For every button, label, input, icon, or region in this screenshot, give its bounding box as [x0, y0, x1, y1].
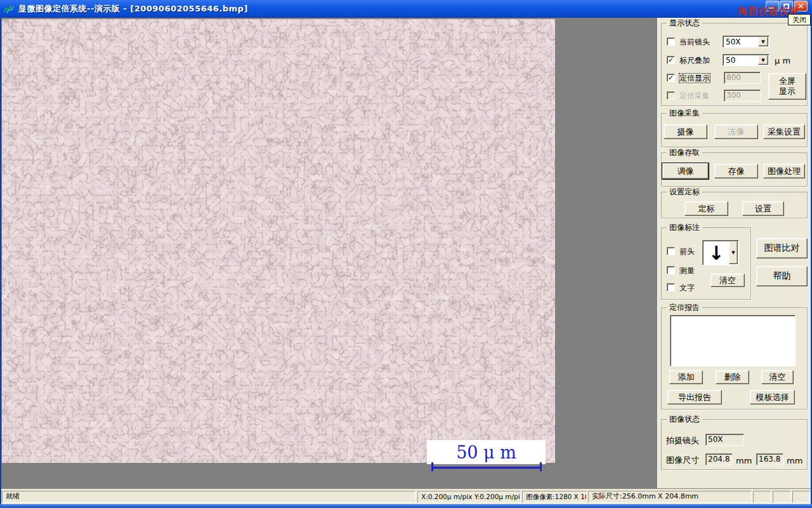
arrow-style-combobox[interactable]: ↓ ▼	[702, 240, 739, 265]
status-bar: 就绪 X:0.200μ m/pix Y:0.200μ m/pix 图像像素:12…	[1, 488, 811, 504]
fullscreen-button[interactable]: 全屏 显示	[768, 73, 806, 100]
text-checkbox[interactable]	[667, 283, 675, 291]
check-icon: ✓	[668, 57, 674, 64]
chevron-down-icon[interactable]: ▼	[758, 55, 768, 65]
app-icon	[3, 3, 15, 15]
status-image-pixels: 图像像素:1280 X 1024	[522, 491, 587, 503]
report-listbox[interactable]	[670, 315, 796, 366]
arrow-down-icon: ↓	[703, 241, 730, 265]
microscope-image[interactable]	[2, 19, 555, 463]
image-viewport: 50 μ m	[1, 18, 657, 488]
scalebar-tick-right	[540, 462, 542, 471]
status-empty-2	[773, 491, 791, 503]
measure-label: 测量	[679, 266, 695, 275]
window-title: 显微图像定倍系统--演示版 - [20090602055646.bmp]	[18, 3, 248, 15]
arrow-label: 箭头	[679, 247, 695, 256]
status-pixel-scale: X:0.200μ m/pix Y:0.200μ m/pix	[417, 491, 521, 503]
measure-checkbox[interactable]	[667, 266, 675, 274]
save-image-button[interactable]: 存像	[714, 164, 758, 178]
scalebar-line	[431, 467, 542, 469]
scalebar-text: 50 μ m	[456, 443, 516, 462]
ruler-value: 50	[724, 56, 758, 64]
group-calibration: 设置定标	[661, 192, 808, 218]
app-window: 显微图像定倍系统--演示版 - [20090602055646.bmp] ✕ 海…	[0, 0, 812, 508]
fixed-display-label: 定倍显示	[679, 74, 710, 83]
image-width-field: 204.8	[705, 453, 733, 465]
ruler-unit-label: μ m	[775, 56, 790, 65]
help-button[interactable]: 帮助	[756, 266, 808, 286]
window-border-bottom	[0, 504, 812, 508]
status-empty-3	[792, 491, 810, 503]
text-label: 文字	[679, 283, 695, 292]
close-tooltip: 关闭	[788, 14, 811, 25]
report-delete-button[interactable]: 删除	[716, 370, 749, 384]
current-lens-checkbox[interactable]	[667, 37, 675, 46]
fixed-capture-checkbox	[667, 91, 675, 100]
ruler-overlay-label: 标尺叠加	[679, 56, 710, 65]
image-width-unit: mm	[736, 456, 752, 465]
status-ready: 就绪	[2, 491, 416, 503]
arrow-checkbox[interactable]	[667, 247, 675, 255]
ruler-overlay-checkbox[interactable]: ✓	[667, 56, 675, 64]
current-lens-value: 50X	[724, 37, 758, 46]
group-calibration-legend: 设置定标	[667, 187, 702, 197]
fixed-capture-label: 定倍采集	[679, 91, 710, 100]
group-report-legend: 定倍报告	[667, 302, 702, 312]
report-clear-button[interactable]: 清空	[761, 370, 794, 384]
report-template-button[interactable]: 模板选择	[750, 390, 795, 404]
group-image-storage-legend: 图像存取	[667, 147, 702, 157]
atlas-compare-button[interactable]: 图谱比对	[756, 238, 808, 258]
title-bar[interactable]: 显微图像定倍系统--演示版 - [20090602055646.bmp]	[0, 0, 812, 18]
shoot-button[interactable]: 摄像	[664, 124, 707, 139]
capture-settings-button[interactable]: 采集设置	[763, 124, 805, 139]
scalebar-tick-left	[431, 462, 433, 471]
calibration-settings-button[interactable]: 设置	[742, 201, 784, 216]
group-image-status-legend: 图像状态	[667, 414, 702, 424]
image-size-label: 图像尺寸	[666, 455, 699, 466]
report-export-button[interactable]: 导出报告	[667, 390, 722, 404]
group-display-status-legend: 显示状态	[667, 18, 702, 28]
freeze-button: 冻像	[714, 124, 758, 139]
fullscreen-button-label2: 显示	[779, 86, 796, 97]
check-icon: ✓	[668, 74, 674, 81]
ruler-value-combobox[interactable]: 50 ▼	[723, 54, 769, 66]
shoot-lens-field: 50X	[705, 434, 744, 446]
annotation-clear-button[interactable]: 清空	[710, 274, 745, 287]
chevron-down-icon[interactable]: ▼	[729, 241, 738, 264]
report-add-button[interactable]: 添加	[669, 370, 703, 384]
current-lens-combobox[interactable]: 50X ▼	[723, 36, 769, 48]
status-empty-1	[753, 491, 771, 503]
fixed-display-checkbox[interactable]: ✓	[667, 74, 675, 82]
image-process-button[interactable]: 图像处理	[763, 164, 805, 178]
current-lens-label: 当前镜头	[679, 37, 710, 46]
fullscreen-button-label1: 全屏	[779, 76, 796, 86]
fixed-display-field: 800	[724, 72, 761, 84]
load-image-button[interactable]: 调像	[662, 163, 709, 179]
shoot-lens-label: 拍摄镜头	[666, 435, 699, 446]
fixed-capture-field: 300	[724, 90, 761, 102]
group-annotation-legend: 图像标注	[667, 222, 702, 232]
image-height-field: 163.8	[756, 453, 783, 465]
calibrate-button[interactable]: 定标	[684, 201, 728, 216]
status-actual-size: 实际尺寸:256.0mm X 204.8mm	[588, 491, 752, 503]
scalebar-label-box: 50 μ m	[427, 440, 546, 464]
image-height-unit: mm	[787, 456, 802, 465]
group-image-capture-legend: 图像采集	[667, 108, 702, 118]
chevron-down-icon[interactable]: ▼	[758, 37, 768, 46]
